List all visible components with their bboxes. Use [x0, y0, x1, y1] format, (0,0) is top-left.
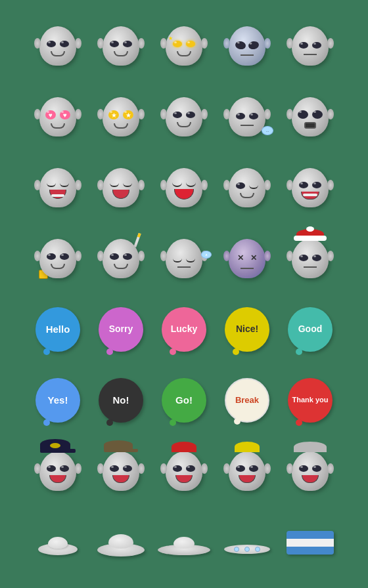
ufo-small — [35, 529, 81, 555]
alien-angry — [227, 26, 267, 66]
cell-r3c1[interactable] — [26, 152, 89, 223]
cell-r1c1[interactable] — [26, 10, 89, 81]
alien-army-hat — [101, 451, 141, 492]
cell-r3c3[interactable] — [152, 152, 216, 223]
cell-r4c4[interactable]: ✕ ✕ — [216, 223, 279, 294]
alien-wink — [227, 167, 267, 208]
bubble-lucky: Lucky — [162, 307, 206, 352]
bubble-sorry: Sorry — [99, 307, 143, 352]
cell-r8c3[interactable] — [152, 507, 216, 578]
alien-police-hat — [37, 451, 78, 492]
cell-r2c1[interactable]: ♥ ♥ — [26, 81, 89, 152]
alien-red-cap — [164, 451, 204, 492]
bubble-go: Go! — [162, 378, 206, 423]
cell-r8c5[interactable] — [279, 507, 342, 578]
alien-hold-box — [37, 238, 78, 279]
alien-star-blush: ★ — [164, 26, 204, 66]
alien-jester-hat — [290, 451, 331, 492]
cell-r4c2[interactable] — [89, 223, 152, 294]
bubble-good: Good — [288, 307, 333, 352]
bubble-thankyou: Thank you — [288, 378, 333, 423]
cell-r8c2[interactable] — [89, 507, 152, 578]
alien-pencil — [101, 238, 141, 279]
bubble-nice: Nice! — [225, 307, 269, 352]
cell-r7c5[interactable] — [279, 436, 342, 507]
ufo-medium — [95, 528, 147, 556]
alien-heart-eyes: ♥ ♥ — [37, 96, 78, 137]
alien-bubble-mouth: ... — [227, 96, 267, 137]
alien-normal-2 — [101, 26, 141, 66]
alien-grin — [290, 167, 331, 208]
bubble-no: No! — [99, 378, 143, 423]
cell-r7c2[interactable] — [89, 436, 152, 507]
cell-r5c5[interactable]: Good — [279, 294, 342, 365]
cell-r6c1[interactable]: Yes! — [26, 365, 89, 436]
cell-r1c4[interactable] — [216, 10, 279, 81]
cell-r5c2[interactable]: Sorry — [89, 294, 152, 365]
cell-r6c3[interactable]: Go! — [152, 365, 216, 436]
cell-r4c3[interactable]: z — [152, 223, 216, 294]
cell-r5c1[interactable]: Hello — [26, 294, 89, 365]
cell-r4c1[interactable] — [26, 223, 89, 294]
alien-normal-3 — [164, 96, 204, 137]
alien-scared — [290, 96, 331, 137]
emoji-grid: ★ ♥ ♥ — [26, 10, 342, 578]
cell-r2c3[interactable] — [152, 81, 216, 152]
cell-r7c4[interactable] — [216, 436, 279, 507]
alien-laugh-big — [164, 167, 204, 208]
cell-r3c5[interactable] — [279, 152, 342, 223]
bubble-yes: Yes! — [35, 378, 80, 423]
alien-dead: ✕ ✕ — [227, 238, 267, 279]
cell-r1c2[interactable] — [89, 10, 152, 81]
alien-laugh-1 — [37, 167, 78, 208]
alien-yellow-cap — [227, 451, 267, 492]
cell-r1c3[interactable]: ★ — [152, 10, 216, 81]
cell-r2c5[interactable] — [279, 81, 342, 152]
cell-r7c3[interactable] — [152, 436, 216, 507]
cell-r2c2[interactable]: ★ ★ — [89, 81, 152, 152]
cell-r6c2[interactable]: No! — [89, 365, 152, 436]
cell-r2c4[interactable]: ... — [216, 81, 279, 152]
cell-r8c1[interactable] — [26, 507, 89, 578]
alien-laugh-2 — [101, 167, 141, 208]
cell-r3c2[interactable] — [89, 152, 152, 223]
alien-star-eyes: ★ ★ — [101, 96, 141, 137]
cell-r4c5[interactable] — [279, 223, 342, 294]
cell-r6c4[interactable]: Break — [216, 365, 279, 436]
cell-r1c5[interactable] — [279, 10, 342, 81]
cell-r6c5[interactable]: Thank you — [279, 365, 342, 436]
alien-sleepy: z — [164, 238, 204, 279]
cell-r5c3[interactable]: Lucky — [152, 294, 216, 365]
cell-r5c4[interactable]: Nice! — [216, 294, 279, 365]
ufo-striped — [284, 530, 336, 555]
alien-normal-1 — [37, 26, 78, 66]
cell-r8c4[interactable] — [216, 507, 279, 578]
cell-r3c4[interactable] — [216, 152, 279, 223]
alien-flat-mouth — [290, 26, 331, 66]
ufo-dots — [221, 530, 273, 554]
alien-santa — [290, 238, 331, 279]
ufo-long — [156, 529, 212, 555]
bubble-hello: Hello — [35, 307, 80, 352]
cell-r7c1[interactable] — [26, 436, 89, 507]
bubble-break: Break — [225, 378, 269, 423]
